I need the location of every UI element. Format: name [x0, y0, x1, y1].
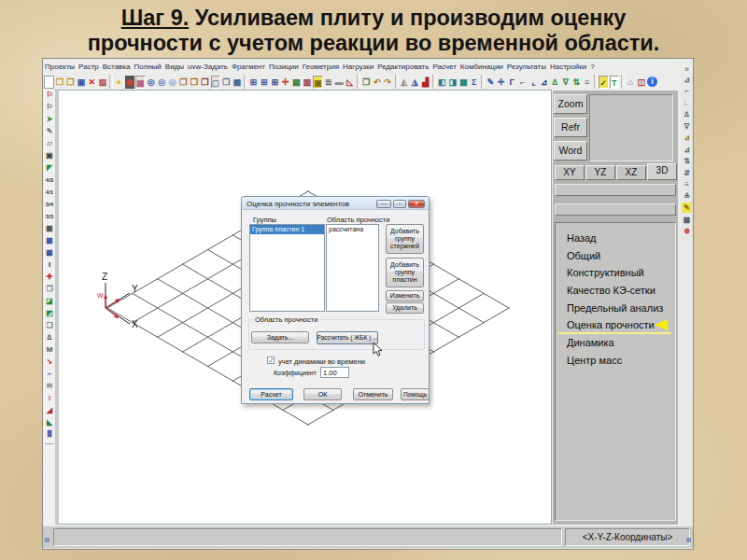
zoom-in-icon[interactable]: ◎ [147, 76, 157, 89]
result-2-icon[interactable]: ⌐ [682, 86, 692, 96]
move-icon[interactable]: ✛ [497, 76, 507, 89]
table-teal-icon[interactable]: ▦ [458, 76, 469, 89]
tab-xy[interactable]: XY [555, 165, 585, 180]
bars-blue-icon[interactable]: Ⅲ [44, 429, 55, 441]
paste-icon[interactable]: ❐ [361, 76, 372, 89]
epure-4-icon[interactable]: ⊿ [540, 76, 550, 89]
window-icon[interactable]: ❏ [44, 320, 55, 331]
frame-select-icon[interactable]: ▢ [211, 76, 221, 89]
delete-button[interactable]: Удалить [386, 302, 424, 314]
menu-item-7[interactable]: Фрагмент [232, 63, 265, 71]
plate-icon[interactable]: ▱ [44, 138, 55, 149]
result-item[interactable]: Назад [556, 230, 675, 247]
save-icon[interactable]: ▣ [77, 76, 87, 89]
window-grid-icon[interactable]: ▦ [233, 76, 243, 89]
menu-item-5[interactable]: Виды [165, 63, 184, 71]
new-file-icon[interactable] [44, 76, 54, 89]
menu-item-15[interactable]: Настройки [550, 63, 586, 71]
envelope-icon[interactable]: ✉ [44, 381, 55, 392]
screen-icon[interactable]: ◧ [437, 76, 447, 89]
menu-item-9[interactable]: Геометрия [303, 63, 339, 71]
undo-icon[interactable]: ↶ [373, 76, 383, 89]
erase-icon[interactable]: ▨ [98, 76, 108, 89]
flag-dark-icon[interactable]: ⚐ [44, 102, 55, 113]
windows-icon[interactable]: ❐ [221, 76, 232, 89]
groups-listbox[interactable]: Группа пластин 1 [249, 224, 325, 312]
hatch-icon[interactable]: ▩ [44, 223, 55, 234]
chart-green-icon[interactable]: ◣ [44, 417, 55, 428]
menu-item-2[interactable]: Растр [78, 63, 99, 71]
set-button[interactable]: Задать... [251, 331, 309, 343]
ratio-4-1-icon[interactable]: 4/1 [44, 187, 55, 198]
triangle-ruler-icon[interactable]: ◺ [345, 76, 356, 89]
table-small-icon[interactable]: ▦ [682, 215, 692, 225]
menu-item-11[interactable]: Редактировать [377, 63, 429, 71]
pencil-icon[interactable]: ✎ [44, 126, 55, 137]
redo-icon[interactable]: ↷ [383, 76, 393, 89]
delete-icon[interactable]: ✕ [87, 76, 97, 89]
tab-3d[interactable]: 3D [647, 163, 677, 180]
zoom-button[interactable]: Zoom [554, 94, 587, 114]
ibeam-icon[interactable]: I [44, 259, 55, 271]
ratio-3-4-icon[interactable]: 3/4 [44, 199, 55, 210]
toolbar-overflow-chevron[interactable]: » [684, 64, 689, 74]
rotate-icon[interactable]: ➤ [44, 114, 55, 125]
notes-icon[interactable]: ≣ [324, 76, 334, 89]
result-item[interactable]: Общий [556, 247, 675, 265]
zoom-out-icon[interactable]: ◎ [157, 76, 167, 89]
run-button[interactable]: Расчет [249, 388, 293, 400]
menu-item-4[interactable]: Полный [134, 63, 161, 71]
result-item[interactable]: Оценка прочности [556, 316, 675, 334]
zoom-window-icon[interactable]: ◎ [168, 76, 178, 89]
fragment-2-icon[interactable]: ❒ [190, 76, 200, 89]
result-item[interactable]: Центр масс [556, 352, 675, 370]
axes-icon[interactable]: ✛ [281, 76, 291, 89]
pencil-yellow-icon[interactable]: ✎ [682, 203, 692, 213]
menu-item-3[interactable]: Вставка [103, 63, 131, 71]
bridge-icon[interactable]: M [44, 344, 55, 356]
result-6-icon[interactable]: ⊿ [682, 133, 692, 143]
fragment-red-icon[interactable]: ❒ [200, 76, 210, 89]
result-4-icon[interactable]: ∆ [682, 109, 692, 119]
check-yellow-icon[interactable]: ✓ [599, 76, 609, 89]
mountain-icon[interactable]: ◭ [400, 76, 410, 89]
menu-item-1[interactable]: Проекты [45, 63, 75, 71]
stop-icon[interactable]: ⊗ [682, 226, 692, 236]
dynamics-checkbox[interactable]: ✓ [267, 357, 275, 364]
flag-red-icon[interactable]: ⚐ [44, 90, 55, 101]
lamp-icon[interactable]: ● [114, 76, 124, 89]
flag-mode-icon[interactable]: ▦ [135, 76, 146, 89]
mesh-blue-2-icon[interactable]: ▦ [44, 247, 55, 259]
home-lock-icon[interactable]: ⌂ [626, 76, 636, 89]
result-item[interactable]: Динамика [556, 334, 675, 352]
stairs-2-icon[interactable]: ∇ [561, 76, 571, 89]
import-folder-icon[interactable]: ❒ [65, 76, 76, 89]
minimize-button[interactable]: — [376, 200, 391, 208]
gear-icon[interactable]: ≡ [583, 76, 593, 89]
flags-yellow-icon[interactable]: ▣ [313, 76, 323, 89]
grid-2-icon[interactable]: ⊞ [260, 76, 270, 89]
result-9-icon[interactable]: ⇵ [682, 168, 692, 178]
coef-input[interactable]: 1.00 [320, 367, 349, 378]
corner-blue-icon[interactable]: ⌐ [44, 369, 55, 380]
table-icon[interactable]: ▤ [291, 76, 302, 89]
info-icon[interactable]: i [647, 77, 657, 87]
percent-icon[interactable]: ◫ [637, 76, 647, 89]
grid-icon[interactable]: ⊞ [248, 76, 259, 89]
epure-2-icon[interactable]: ⌐ [518, 76, 529, 89]
menu-item-12[interactable]: Расчет [432, 63, 456, 71]
copy-icon[interactable]: ❐ [44, 284, 55, 295]
result-3-icon[interactable]: ∟ [682, 98, 692, 108]
menu-item-16[interactable]: ? [590, 63, 594, 71]
epure-1-icon[interactable]: Γ [507, 76, 517, 89]
node-green-icon[interactable]: ◪ [44, 296, 55, 307]
result-8-icon[interactable]: ⇅ [682, 156, 692, 166]
arrow-red-icon[interactable]: ➘ [44, 357, 55, 368]
menu-item-6[interactable]: uvw-Задать [188, 63, 228, 71]
stairs-3-icon[interactable]: ⇅ [571, 76, 582, 89]
node-green-2-icon[interactable]: ◩ [44, 308, 55, 319]
calc-zhbk-button[interactable]: Рассчитать ( ЖБК ) ... [317, 331, 378, 344]
bar-icon[interactable]: ▬ [334, 76, 345, 89]
result-11-icon[interactable]: ≙ [682, 191, 692, 202]
tab-yz[interactable]: YZ [585, 165, 615, 180]
